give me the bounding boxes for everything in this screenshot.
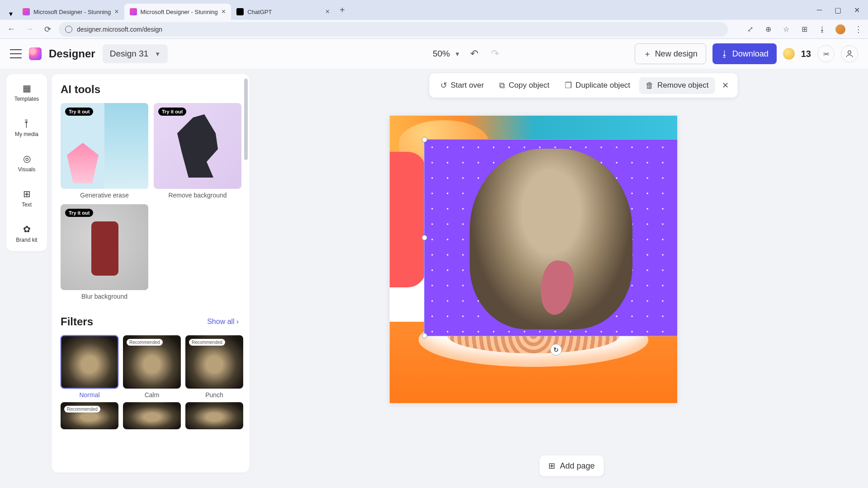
rail-text[interactable]: ⊞ Text <box>6 185 47 211</box>
filter-normal[interactable]: Normal <box>61 335 118 399</box>
copy-icon: ⧉ <box>499 81 505 90</box>
artboard[interactable]: ↻ <box>390 116 677 403</box>
filter-item[interactable] <box>123 402 181 429</box>
add-page-button[interactable]: ⊞ Add page <box>539 455 604 476</box>
button-label: New design <box>655 49 698 59</box>
site-info-icon[interactable] <box>65 26 72 33</box>
selection-context-bar: ↺ Start over ⧉ Copy object ❐ Duplicate o… <box>429 73 738 98</box>
rail-visuals[interactable]: ◎ Visuals <box>6 150 47 175</box>
browser-tab[interactable]: Microsoft Designer - Stunning × <box>124 4 231 20</box>
new-tab-button[interactable]: + <box>335 5 349 15</box>
browser-menu-icon[interactable]: ⋮ <box>854 24 863 34</box>
filter-item[interactable] <box>185 402 243 429</box>
recommended-badge: Recommended <box>189 339 225 346</box>
filter-item[interactable]: Recommended <box>61 402 118 429</box>
redo-button: ↷ <box>488 48 502 60</box>
filter-calm[interactable]: Recommended Calm <box>123 335 181 399</box>
scrollbar[interactable] <box>244 79 248 160</box>
app-header: Designer Design 31 ▼ 50% ▼ ↶ ↷ ＋ New des… <box>0 39 868 69</box>
close-icon[interactable]: × <box>222 8 226 16</box>
filter-thumb: Recommended <box>185 335 243 389</box>
trash-icon: 🗑 <box>646 81 654 90</box>
try-it-out-badge: Try it out <box>158 108 186 116</box>
new-design-button[interactable]: ＋ New design <box>635 43 706 64</box>
hamburger-icon[interactable] <box>10 49 22 58</box>
close-icon[interactable]: × <box>326 8 330 16</box>
address-bar[interactable]: designer.microsoft.com/design <box>59 22 728 37</box>
favicon-icon <box>130 8 137 15</box>
palette-icon: ✿ <box>21 223 33 235</box>
workspace: ▦ Templates ⭱ My media ◎ Visuals ⊞ Text … <box>0 69 868 488</box>
plus-icon: ＋ <box>643 48 651 59</box>
duplicate-icon: ❐ <box>565 80 572 90</box>
chevron-right-icon: › <box>236 318 239 326</box>
download-icon: ⭳ <box>721 49 729 59</box>
undo-button[interactable]: ↶ <box>467 48 481 60</box>
ai-tool-remove-background[interactable]: Try it out Remove background <box>154 103 241 199</box>
filter-label: Calm <box>123 391 181 399</box>
show-all-link[interactable]: Show all › <box>207 318 239 326</box>
resize-handle[interactable] <box>422 333 427 338</box>
show-all-label: Show all <box>207 318 234 326</box>
tab-search-icon[interactable]: ▾ <box>5 7 17 20</box>
ai-tool-thumb: Try it out <box>154 103 241 189</box>
reload-icon[interactable]: ⟳ <box>41 23 54 36</box>
design-name-dropdown[interactable]: Design 31 ▼ <box>103 44 168 63</box>
copy-object-button[interactable]: ⧉ Copy object <box>493 77 556 94</box>
plus-square-icon: ⊞ <box>548 461 555 471</box>
close-icon[interactable]: × <box>114 8 118 16</box>
ai-tool-thumb: Try it out <box>61 204 148 290</box>
credits-count[interactable]: 13 <box>801 49 811 59</box>
download-button[interactable]: ⭳ Download <box>712 43 777 64</box>
browser-tab-strip: ▾ Microsoft Designer - Stunning × Micros… <box>0 0 868 20</box>
resize-handle[interactable] <box>422 235 427 240</box>
filter-punch[interactable]: Recommended Punch <box>185 335 243 399</box>
resize-handle[interactable] <box>422 137 427 142</box>
browser-tab[interactable]: ChatGPT × <box>231 4 335 20</box>
close-window-icon[interactable]: ✕ <box>854 6 860 14</box>
ai-tool-label: Remove background <box>154 192 241 199</box>
minimize-icon[interactable]: ─ <box>817 6 822 14</box>
close-context-bar[interactable]: ✕ <box>717 78 733 93</box>
zoom-control[interactable]: 50% ▼ <box>433 49 460 59</box>
zoom-icon[interactable]: ⊕ <box>763 24 773 34</box>
account-button[interactable] <box>841 45 858 62</box>
visuals-icon: ◎ <box>21 153 33 164</box>
duplicate-object-button[interactable]: ❐ Duplicate object <box>558 77 637 94</box>
try-it-out-badge: Try it out <box>65 209 93 217</box>
credits-coin-icon <box>783 48 795 60</box>
favicon-icon <box>23 8 30 15</box>
profile-avatar[interactable] <box>835 24 845 34</box>
browser-tab[interactable]: Microsoft Designer - Stunning × <box>17 4 124 20</box>
app-name: Designer <box>49 47 95 60</box>
rail-label: Visuals <box>18 166 35 173</box>
design-name: Design 31 <box>110 49 149 59</box>
filter-thumb <box>123 402 181 429</box>
rail-templates[interactable]: ▦ Templates <box>6 80 47 105</box>
maximize-icon[interactable]: ▢ <box>835 6 841 14</box>
rail-brand-kit[interactable]: ✿ Brand kit <box>6 221 47 246</box>
selected-image-object[interactable]: ↻ <box>424 139 677 336</box>
button-label: Copy object <box>509 81 549 90</box>
text-icon: ⊞ <box>21 188 33 200</box>
tab-title: ChatGPT <box>247 9 272 15</box>
try-it-out-badge: Try it out <box>65 108 93 116</box>
install-app-icon[interactable]: ⤢ <box>745 24 755 34</box>
rail-label: Templates <box>14 96 39 102</box>
bookmark-icon[interactable]: ☆ <box>781 24 791 34</box>
share-button[interactable]: ⫘ <box>817 45 835 62</box>
templates-icon: ▦ <box>21 82 33 94</box>
start-over-button[interactable]: ↺ Start over <box>434 77 491 94</box>
extensions-icon[interactable]: ⊞ <box>799 24 809 34</box>
ai-tool-blur-background[interactable]: Try it out Blur background <box>61 204 148 300</box>
button-label: Remove object <box>657 81 708 90</box>
rail-label: Text <box>22 202 32 208</box>
ai-tool-generative-erase[interactable]: Try it out Generative erase <box>61 103 148 199</box>
rail-my-media[interactable]: ⭱ My media <box>6 115 47 140</box>
rotate-handle[interactable]: ↻ <box>550 344 562 356</box>
chevron-down-icon: ▼ <box>454 51 460 57</box>
canvas-area[interactable]: ↺ Start over ⧉ Copy object ❐ Duplicate o… <box>250 69 868 488</box>
remove-object-button[interactable]: 🗑 Remove object <box>639 77 715 94</box>
downloads-icon[interactable]: ⭳ <box>817 24 827 34</box>
back-icon[interactable]: ← <box>5 23 18 36</box>
